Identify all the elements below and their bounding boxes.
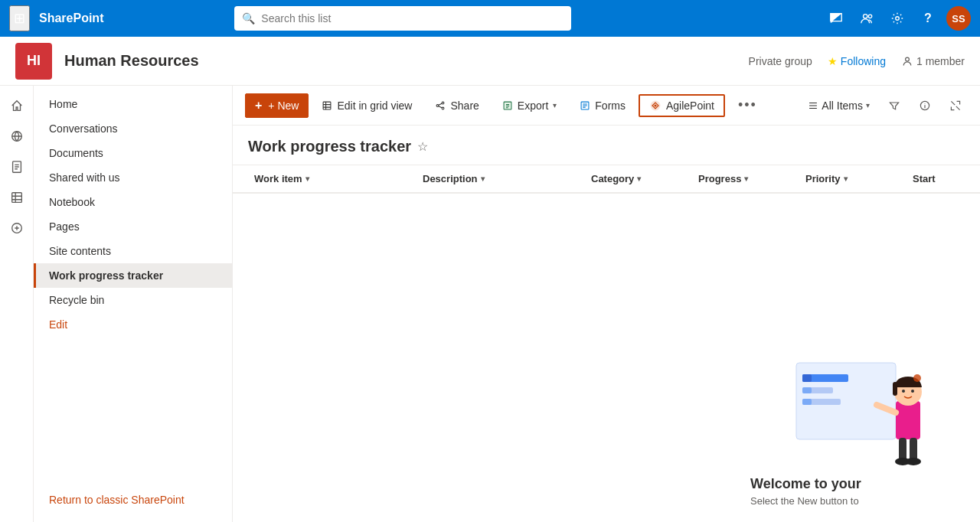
sidebar-item-edit[interactable]: Edit	[34, 312, 232, 337]
agilepoint-button[interactable]: AgilePoint	[639, 94, 725, 117]
filter-button[interactable]	[882, 93, 906, 118]
svg-point-9	[443, 102, 445, 104]
svg-rect-6	[11, 193, 21, 203]
site-header-meta: Private group ★ Following 1 member	[749, 55, 965, 67]
col-header-progress[interactable]: Progress ▾	[692, 165, 799, 192]
svg-point-27	[902, 390, 905, 393]
edit-grid-view-button[interactable]: Edit in grid view	[312, 94, 422, 117]
svg-rect-30	[899, 438, 906, 461]
favorite-star-icon[interactable]: ☆	[417, 139, 428, 154]
globe-icon-btn[interactable]	[3, 122, 31, 150]
home-icon-btn[interactable]	[3, 92, 31, 119]
share-label: Share	[450, 100, 479, 112]
members-label: 1 member	[916, 55, 965, 67]
site-contents-label: Site contents	[49, 245, 111, 257]
sidebar-item-conversations[interactable]: Conversations	[34, 116, 232, 141]
sidebar-item-notebook[interactable]: Notebook	[34, 190, 232, 214]
main-layout: Home Conversations Documents Shared with…	[0, 86, 980, 522]
welcome-subtitle: Select the New button to	[750, 495, 859, 507]
svg-rect-21	[802, 374, 812, 382]
forms-button[interactable]: Forms	[570, 94, 635, 117]
left-nav: Home Conversations Documents Shared with…	[34, 86, 233, 522]
share-button[interactable]: Share	[425, 94, 488, 117]
filter-icon	[888, 100, 900, 112]
svg-rect-26	[893, 382, 897, 396]
progress-sort-icon: ▾	[744, 175, 748, 183]
topbar: ⊞ SharePoint 🔍 ? SS	[0, 0, 980, 37]
sidebar-item-shared[interactable]: Shared with us	[34, 165, 232, 190]
following-label: Following	[841, 55, 886, 67]
share-icon	[435, 100, 446, 111]
conversations-label: Conversations	[49, 122, 118, 135]
waffle-icon[interactable]: ⊞	[9, 5, 30, 31]
help-icon-btn[interactable]: ?	[916, 6, 940, 31]
people-icon-btn[interactable]	[854, 6, 879, 31]
toolbar-right: All Items ▾	[802, 93, 968, 118]
pages-label: Pages	[49, 220, 80, 233]
priority-sort-icon: ▾	[844, 175, 848, 183]
export-label: Export	[518, 100, 548, 112]
all-items-button[interactable]: All Items ▾	[802, 96, 876, 115]
column-headers: Work item ▾ Description ▾ Category ▾ Pro…	[233, 165, 980, 194]
forms-icon	[580, 100, 590, 111]
site-logo: HI	[15, 43, 52, 80]
empty-state: Welcome to your Select the New button to	[735, 317, 980, 522]
col-header-start[interactable]: Start	[906, 165, 980, 192]
svg-rect-12	[504, 102, 511, 109]
all-items-label: All Items	[822, 100, 863, 112]
fullscreen-button[interactable]	[943, 93, 968, 118]
search-icon: 🔍	[242, 12, 255, 24]
expand-icon	[949, 100, 962, 112]
col-header-work-item[interactable]: Work item ▾	[248, 165, 416, 192]
svg-point-11	[443, 107, 445, 109]
content-area: + + New Edit in grid view Share Export ▾…	[233, 86, 980, 522]
forms-label: Forms	[595, 100, 626, 112]
return-to-classic-link[interactable]: Return to classic SharePoint	[49, 494, 185, 506]
chat-icon-btn[interactable]	[824, 6, 848, 31]
sidebar-item-home[interactable]: Home	[34, 92, 232, 116]
svg-rect-31	[910, 438, 917, 461]
shared-label: Shared with us	[49, 171, 120, 184]
sidebar-item-site-contents[interactable]: Site contents	[34, 239, 232, 263]
svg-point-1	[868, 15, 872, 18]
info-button[interactable]	[913, 93, 937, 118]
export-chevron-icon[interactable]: ▾	[553, 101, 557, 109]
sidebar-item-documents[interactable]: Documents	[34, 141, 232, 165]
site-header: HI Human Resources Private group ★ Follo…	[0, 37, 980, 86]
document-icon-btn[interactable]	[3, 153, 31, 181]
following-button[interactable]: ★ Following	[828, 55, 886, 67]
svg-rect-8	[324, 102, 332, 109]
topbar-actions: ? SS	[824, 6, 971, 31]
star-icon: ★	[828, 55, 838, 67]
export-button[interactable]: Export ▾	[492, 94, 567, 117]
more-icon: •••	[738, 97, 757, 113]
svg-rect-23	[802, 399, 812, 405]
svg-rect-24	[896, 401, 920, 439]
search-box: 🔍	[234, 6, 571, 31]
notebook-label: Notebook	[49, 196, 95, 208]
more-button[interactable]: •••	[728, 92, 767, 119]
list-icon-btn[interactable]	[3, 184, 31, 211]
list-view-icon	[808, 100, 818, 111]
documents-label: Documents	[49, 147, 103, 159]
col-header-category[interactable]: Category ▾	[585, 165, 692, 192]
sidebar-item-pages[interactable]: Pages	[34, 214, 232, 239]
svg-point-0	[864, 15, 867, 18]
search-input[interactable]	[261, 12, 564, 24]
home-label: Home	[49, 98, 77, 110]
sidebar-item-recycle-bin[interactable]: Recycle bin	[34, 288, 232, 312]
settings-icon-btn[interactable]	[885, 6, 910, 31]
user-avatar[interactable]: SS	[946, 6, 971, 31]
work-progress-tracker-label: Work progress tracker	[49, 269, 163, 282]
svg-point-28	[911, 390, 914, 393]
agilepoint-icon	[649, 100, 662, 112]
add-icon-btn[interactable]	[3, 214, 31, 242]
welcome-illustration	[750, 332, 965, 470]
sidebar-item-work-progress-tracker[interactable]: Work progress tracker	[34, 263, 232, 288]
agilepoint-label: AgilePoint	[666, 100, 714, 112]
new-button[interactable]: + + New	[245, 93, 309, 118]
col-header-priority[interactable]: Priority ▾	[799, 165, 906, 192]
left-nav-icons	[0, 86, 34, 522]
private-group-label: Private group	[749, 55, 812, 67]
col-header-description[interactable]: Description ▾	[416, 165, 585, 192]
